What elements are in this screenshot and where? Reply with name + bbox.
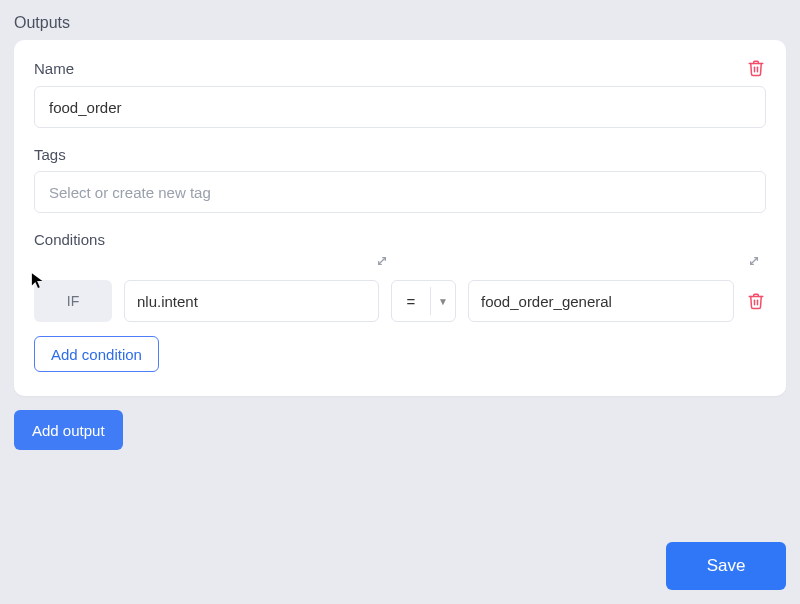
svg-line-0 — [379, 258, 386, 265]
add-condition-button[interactable]: Add condition — [34, 336, 159, 372]
delete-condition-button[interactable] — [746, 291, 766, 311]
name-label: Name — [34, 60, 74, 77]
condition-row: IF = ▼ — [34, 280, 766, 322]
output-card: Name Tags Conditions — [14, 40, 786, 396]
condition-lhs-input[interactable] — [124, 280, 379, 322]
conditions-label: Conditions — [34, 231, 766, 248]
tags-input[interactable] — [34, 171, 766, 213]
expand-icon[interactable] — [374, 253, 392, 271]
condition-rhs-input[interactable] — [468, 280, 734, 322]
condition-operator-select[interactable]: = ▼ — [391, 280, 456, 322]
expand-icon[interactable] — [746, 253, 764, 271]
name-input[interactable] — [34, 86, 766, 128]
trash-icon — [747, 59, 765, 77]
condition-operator-value: = — [392, 293, 430, 310]
section-title: Outputs — [14, 14, 786, 32]
if-chip: IF — [34, 280, 112, 322]
svg-line-1 — [751, 258, 758, 265]
add-output-button[interactable]: Add output — [14, 410, 123, 450]
delete-output-button[interactable] — [746, 58, 766, 78]
save-button[interactable]: Save — [666, 542, 786, 590]
tags-label: Tags — [34, 146, 766, 163]
chevron-down-icon: ▼ — [431, 296, 455, 307]
trash-icon — [747, 292, 765, 310]
